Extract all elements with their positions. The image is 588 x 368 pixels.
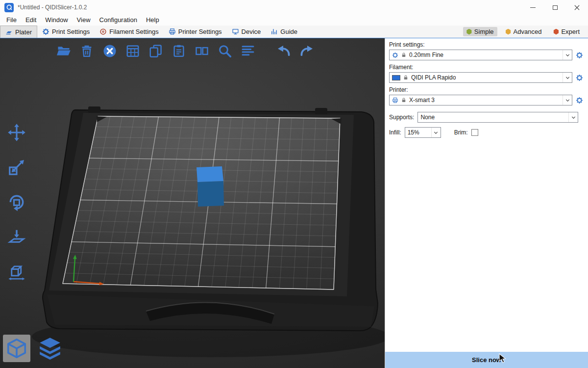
printer-edit-button[interactable] [574,95,584,105]
print-settings-value: 0.20mm Fine [409,52,443,58]
toolbar-split-button[interactable] [192,41,212,61]
chevron-down-icon [563,73,572,82]
toolbar-paste-button[interactable] [169,41,189,61]
infill-value: 15% [408,129,419,136]
mode-label: Expert [561,28,580,35]
toolbar-search-button[interactable] [215,41,235,61]
model-object[interactable] [196,166,224,207]
print-settings-combo[interactable]: 0.20mm Fine [389,50,572,60]
menu-configuration[interactable]: Configuration [95,15,142,26]
arrange-icon [125,44,140,58]
toolbar-delete-button[interactable] [77,41,97,61]
tab-label: Plater [15,28,32,36]
menu-edit[interactable]: Edit [21,15,41,26]
gear-icon [576,52,583,59]
toolbar-layers-button[interactable] [238,41,258,61]
menubar: File Edit Window View Configuration Help [0,15,588,26]
measure-button[interactable] [5,260,28,284]
3d-editor-view-icon [5,337,28,360]
print-settings-edit-button[interactable] [574,50,584,60]
infill-combo[interactable]: 15% [405,127,441,138]
rotate-button[interactable] [5,190,28,214]
mode-expert[interactable]: Expert [550,27,583,36]
search-icon [218,44,232,58]
maximize-button[interactable] [544,0,566,15]
gear-icon [392,52,398,58]
tab-label: Printer Settings [178,28,222,35]
toolbar-arrange-button[interactable] [123,41,143,61]
tabbar: Plater Print Settings Filament Settings … [0,26,588,38]
lock-icon [401,52,407,58]
printer-label: Printer: [389,86,584,93]
mouse-cursor [499,353,507,364]
filament-edit-button[interactable] [574,73,584,82]
gear-icon [42,28,49,35]
supports-value: None [420,114,435,121]
printer-combo[interactable]: X-smart 3 [389,95,572,105]
mode-label: Simple [474,28,494,35]
mode-advanced[interactable]: Advanced [502,27,545,36]
tab-guide[interactable]: Guide [266,26,302,38]
print-bed-scene [0,38,385,368]
sidebar: Print settings: 0.20mm Fine Filament: QI… [385,38,588,368]
toolbar-undo-button[interactable] [274,41,294,61]
3d-viewport[interactable] [0,38,385,368]
paste-icon [172,44,186,58]
toolbar-open-button[interactable] [54,41,74,61]
lock-icon [403,75,409,80]
toolbar-redo-button[interactable] [297,41,317,61]
close-button[interactable] [566,0,588,15]
3d-editor-view-button[interactable] [3,335,30,362]
scale-icon [7,158,26,177]
scale-button[interactable] [5,156,28,179]
brim-checkbox[interactable] [471,129,478,136]
print-settings-label: Print settings: [389,41,584,48]
guide-icon [270,28,278,35]
simple-mode-dot-icon [466,29,472,35]
supports-label: Supports: [389,114,414,121]
filament-label: Filament: [389,64,584,71]
chevron-down-icon [568,112,578,122]
advanced-mode-dot-icon [506,29,511,35]
plater-icon [5,28,13,36]
viewport-left-toolbar [5,121,28,284]
tab-plater[interactable]: Plater [0,26,37,38]
layers-list-icon [241,44,255,58]
copy-icon [148,44,163,58]
tab-print-settings[interactable]: Print Settings [37,26,95,38]
place-on-face-button[interactable] [5,225,28,249]
titlebar[interactable]: *Untitled - QIDISlicer-1.0.2 [0,0,588,15]
menu-window[interactable]: Window [41,15,72,26]
expert-mode-dot-icon [553,29,559,35]
tab-printer-settings[interactable]: Printer Settings [164,26,227,38]
view-mode-switcher [3,335,64,362]
mode-label: Advanced [514,28,542,35]
layers-preview-icon [38,336,62,361]
brim-label: Brim: [454,129,468,136]
redo-icon [299,44,314,58]
infill-label: Infill: [389,129,401,136]
move-button[interactable] [5,121,28,144]
tab-device[interactable]: Device [227,26,266,38]
measure-icon [7,263,26,281]
minimize-icon [530,7,536,8]
printer-icon [392,97,398,104]
supports-combo[interactable]: None [417,112,578,123]
menu-view[interactable]: View [73,15,95,26]
filament-combo[interactable]: QIDI PLA Rapido [389,72,572,83]
minimize-button[interactable] [522,0,544,15]
place-on-face-icon [7,228,26,246]
menu-help[interactable]: Help [142,15,164,26]
filament-value: QIDI PLA Rapido [411,74,456,81]
tab-label: Print Settings [52,28,90,35]
layers-preview-button[interactable] [36,335,64,362]
mode-simple[interactable]: Simple [463,27,497,36]
tab-label: Device [242,28,261,35]
gear-icon [576,97,583,104]
toolbar-delete-all-button[interactable] [100,41,120,61]
toolbar-copy-button[interactable] [146,41,166,61]
tab-filament-settings[interactable]: Filament Settings [95,26,163,38]
open-folder-icon [56,44,71,58]
menu-file[interactable]: File [2,15,21,26]
slice-now-button[interactable]: Slice now [385,352,588,368]
